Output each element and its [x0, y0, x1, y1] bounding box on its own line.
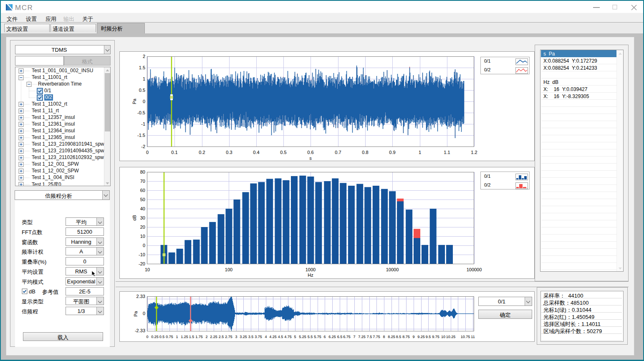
- svg-text:0.75: 0.75: [166, 335, 173, 339]
- svg-text:Pa: Pa: [132, 98, 137, 104]
- svg-text:-1.5: -1.5: [137, 133, 145, 138]
- svg-text:dB: dB: [132, 215, 137, 220]
- svg-text:0.8: 0.8: [362, 150, 368, 155]
- svg-text:s: s: [309, 156, 312, 161]
- svg-text:4.25: 4.25: [269, 335, 277, 339]
- svg-text:10000: 10000: [386, 267, 399, 272]
- svg-text:1.5: 1.5: [189, 335, 194, 339]
- svg-text:0: 0: [143, 243, 145, 248]
- svg-text:8.5: 8.5: [396, 335, 402, 339]
- svg-text:7.25: 7.25: [358, 335, 366, 339]
- svg-text:0: 0: [146, 150, 149, 155]
- svg-text:6.75: 6.75: [343, 335, 351, 339]
- svg-text:9.5: 9.5: [426, 335, 431, 339]
- svg-text:5: 5: [294, 335, 296, 339]
- svg-text:0.1: 0.1: [171, 150, 177, 155]
- svg-text:1.2: 1.2: [471, 150, 477, 155]
- svg-text:0.3: 0.3: [226, 150, 232, 155]
- svg-text:0.25: 0.25: [151, 335, 159, 339]
- svg-text:10: 10: [145, 267, 150, 272]
- svg-text:10: 10: [441, 335, 445, 339]
- svg-text:-1: -1: [141, 121, 145, 126]
- svg-text:7: 7: [353, 335, 355, 339]
- svg-text:7.75: 7.75: [373, 335, 380, 339]
- svg-text:30: 30: [140, 215, 145, 220]
- svg-text:0.9: 0.9: [389, 150, 395, 155]
- svg-text:5.75: 5.75: [314, 335, 321, 339]
- svg-text:4.5: 4.5: [278, 335, 283, 339]
- svg-text:5.5: 5.5: [308, 335, 313, 339]
- svg-text:0.5: 0.5: [159, 335, 165, 339]
- svg-text:1.1: 1.1: [444, 150, 450, 155]
- svg-text:-10: -10: [139, 252, 145, 257]
- svg-text:10.25: 10.25: [446, 335, 456, 339]
- svg-text:9: 9: [412, 335, 414, 339]
- svg-text:7.5: 7.5: [367, 335, 372, 339]
- svg-text:3.25: 3.25: [240, 335, 247, 339]
- svg-text:70: 70: [140, 179, 145, 184]
- svg-text:3.5: 3.5: [248, 335, 254, 339]
- svg-text:10.75: 10.75: [461, 335, 470, 339]
- svg-text:5.25: 5.25: [299, 335, 306, 339]
- svg-text:2.5: 2.5: [219, 335, 224, 339]
- svg-text:2: 2: [143, 54, 145, 59]
- svg-text:8.75: 8.75: [402, 335, 410, 339]
- svg-text:60: 60: [140, 188, 145, 193]
- svg-text:Hz: Hz: [308, 273, 313, 278]
- svg-text:100000: 100000: [467, 267, 482, 272]
- svg-text:4: 4: [265, 335, 267, 339]
- svg-text:2.75: 2.75: [225, 335, 232, 339]
- svg-text:-2: -2: [141, 144, 145, 149]
- svg-text:8: 8: [383, 335, 385, 339]
- svg-text:10: 10: [140, 234, 145, 239]
- svg-text:1: 1: [176, 335, 178, 339]
- svg-text:0: 0: [143, 311, 145, 316]
- svg-text:50: 50: [140, 197, 145, 202]
- svg-text:9.25: 9.25: [417, 335, 425, 339]
- svg-text:-20: -20: [139, 261, 145, 266]
- svg-text:3: 3: [235, 335, 237, 339]
- svg-text:Pa: Pa: [133, 311, 138, 316]
- svg-text:0.2: 0.2: [199, 150, 205, 155]
- svg-text:2.33: 2.33: [136, 294, 145, 299]
- svg-text:2: 2: [205, 335, 207, 339]
- svg-text:0.5: 0.5: [280, 150, 286, 155]
- svg-text:6.5: 6.5: [337, 335, 343, 339]
- svg-text:20: 20: [140, 225, 145, 230]
- svg-text:1.25: 1.25: [181, 335, 188, 339]
- svg-text:1.5: 1.5: [139, 65, 145, 70]
- svg-text:1: 1: [419, 150, 421, 155]
- svg-text:2.25: 2.25: [210, 335, 217, 339]
- svg-text:0: 0: [143, 99, 145, 104]
- svg-text:9.75: 9.75: [432, 335, 439, 339]
- svg-text:6.25: 6.25: [328, 335, 336, 339]
- svg-text:1.75: 1.75: [195, 335, 203, 339]
- svg-text:8.25: 8.25: [388, 335, 395, 339]
- svg-text:-2.33: -2.33: [135, 328, 145, 333]
- svg-text:0.5: 0.5: [139, 88, 145, 93]
- svg-text:100: 100: [225, 267, 232, 272]
- svg-text:40: 40: [140, 206, 145, 211]
- svg-text:1: 1: [143, 76, 145, 81]
- svg-text:11: 11: [471, 335, 475, 339]
- svg-text:0.4: 0.4: [253, 150, 259, 155]
- svg-text:-0.5: -0.5: [137, 110, 145, 115]
- svg-text:80: 80: [140, 169, 145, 174]
- svg-text:0.6: 0.6: [307, 150, 313, 155]
- svg-text:3.75: 3.75: [255, 335, 262, 339]
- svg-text:0: 0: [146, 335, 148, 339]
- svg-text:1000: 1000: [306, 267, 316, 272]
- svg-text:4.75: 4.75: [284, 335, 292, 339]
- svg-text:6: 6: [323, 335, 326, 339]
- svg-text:0.7: 0.7: [335, 150, 341, 155]
